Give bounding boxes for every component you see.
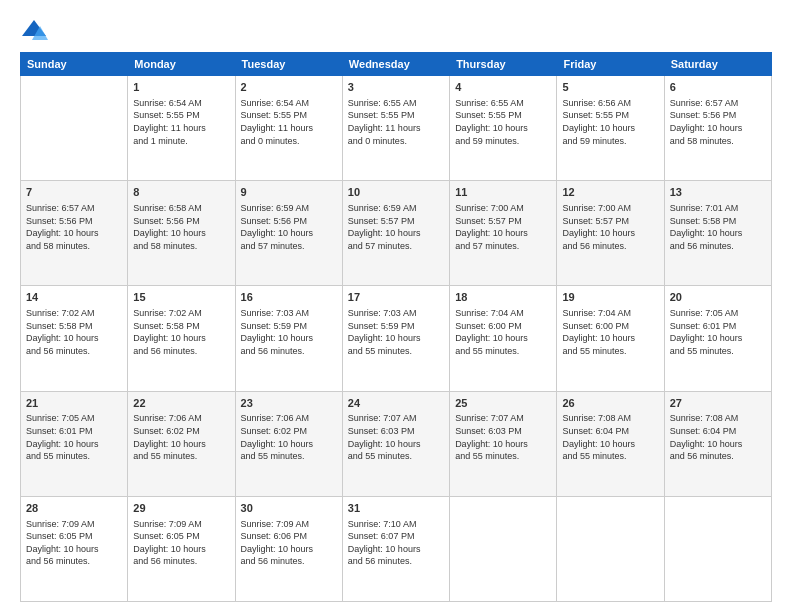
day-info: Sunrise: 6:56 AM Sunset: 5:55 PM Dayligh… bbox=[562, 97, 658, 147]
calendar-cell: 8Sunrise: 6:58 AM Sunset: 5:56 PM Daylig… bbox=[128, 181, 235, 286]
day-number: 7 bbox=[26, 185, 122, 200]
calendar-cell: 31Sunrise: 7:10 AM Sunset: 6:07 PM Dayli… bbox=[342, 496, 449, 601]
calendar-cell: 15Sunrise: 7:02 AM Sunset: 5:58 PM Dayli… bbox=[128, 286, 235, 391]
calendar-cell: 11Sunrise: 7:00 AM Sunset: 5:57 PM Dayli… bbox=[450, 181, 557, 286]
calendar-day-header: Friday bbox=[557, 53, 664, 76]
calendar-day-header: Wednesday bbox=[342, 53, 449, 76]
day-info: Sunrise: 7:01 AM Sunset: 5:58 PM Dayligh… bbox=[670, 202, 766, 252]
day-info: Sunrise: 6:54 AM Sunset: 5:55 PM Dayligh… bbox=[241, 97, 337, 147]
calendar-cell bbox=[21, 76, 128, 181]
day-number: 17 bbox=[348, 290, 444, 305]
day-info: Sunrise: 6:59 AM Sunset: 5:56 PM Dayligh… bbox=[241, 202, 337, 252]
day-info: Sunrise: 7:10 AM Sunset: 6:07 PM Dayligh… bbox=[348, 518, 444, 568]
day-number: 16 bbox=[241, 290, 337, 305]
day-info: Sunrise: 6:58 AM Sunset: 5:56 PM Dayligh… bbox=[133, 202, 229, 252]
calendar-cell: 6Sunrise: 6:57 AM Sunset: 5:56 PM Daylig… bbox=[664, 76, 771, 181]
day-info: Sunrise: 7:09 AM Sunset: 6:05 PM Dayligh… bbox=[26, 518, 122, 568]
day-number: 24 bbox=[348, 396, 444, 411]
day-number: 26 bbox=[562, 396, 658, 411]
day-info: Sunrise: 6:59 AM Sunset: 5:57 PM Dayligh… bbox=[348, 202, 444, 252]
calendar-cell: 19Sunrise: 7:04 AM Sunset: 6:00 PM Dayli… bbox=[557, 286, 664, 391]
day-info: Sunrise: 6:54 AM Sunset: 5:55 PM Dayligh… bbox=[133, 97, 229, 147]
day-info: Sunrise: 7:00 AM Sunset: 5:57 PM Dayligh… bbox=[455, 202, 551, 252]
day-number: 1 bbox=[133, 80, 229, 95]
logo-icon bbox=[20, 16, 48, 44]
calendar-cell: 22Sunrise: 7:06 AM Sunset: 6:02 PM Dayli… bbox=[128, 391, 235, 496]
day-info: Sunrise: 7:08 AM Sunset: 6:04 PM Dayligh… bbox=[670, 412, 766, 462]
calendar-cell: 10Sunrise: 6:59 AM Sunset: 5:57 PM Dayli… bbox=[342, 181, 449, 286]
calendar-cell: 29Sunrise: 7:09 AM Sunset: 6:05 PM Dayli… bbox=[128, 496, 235, 601]
day-info: Sunrise: 7:05 AM Sunset: 6:01 PM Dayligh… bbox=[26, 412, 122, 462]
day-number: 15 bbox=[133, 290, 229, 305]
day-number: 11 bbox=[455, 185, 551, 200]
calendar-cell: 30Sunrise: 7:09 AM Sunset: 6:06 PM Dayli… bbox=[235, 496, 342, 601]
calendar-cell: 26Sunrise: 7:08 AM Sunset: 6:04 PM Dayli… bbox=[557, 391, 664, 496]
calendar-cell: 25Sunrise: 7:07 AM Sunset: 6:03 PM Dayli… bbox=[450, 391, 557, 496]
day-info: Sunrise: 7:03 AM Sunset: 5:59 PM Dayligh… bbox=[241, 307, 337, 357]
calendar-cell: 20Sunrise: 7:05 AM Sunset: 6:01 PM Dayli… bbox=[664, 286, 771, 391]
calendar-cell: 23Sunrise: 7:06 AM Sunset: 6:02 PM Dayli… bbox=[235, 391, 342, 496]
day-number: 31 bbox=[348, 501, 444, 516]
header bbox=[20, 16, 772, 44]
calendar-day-header: Tuesday bbox=[235, 53, 342, 76]
calendar-cell: 1Sunrise: 6:54 AM Sunset: 5:55 PM Daylig… bbox=[128, 76, 235, 181]
day-number: 6 bbox=[670, 80, 766, 95]
calendar-cell bbox=[664, 496, 771, 601]
day-number: 8 bbox=[133, 185, 229, 200]
day-info: Sunrise: 7:07 AM Sunset: 6:03 PM Dayligh… bbox=[348, 412, 444, 462]
day-number: 20 bbox=[670, 290, 766, 305]
day-info: Sunrise: 7:04 AM Sunset: 6:00 PM Dayligh… bbox=[455, 307, 551, 357]
calendar-week-row: 21Sunrise: 7:05 AM Sunset: 6:01 PM Dayli… bbox=[21, 391, 772, 496]
calendar-day-header: Thursday bbox=[450, 53, 557, 76]
day-number: 5 bbox=[562, 80, 658, 95]
calendar-cell: 12Sunrise: 7:00 AM Sunset: 5:57 PM Dayli… bbox=[557, 181, 664, 286]
calendar-week-row: 28Sunrise: 7:09 AM Sunset: 6:05 PM Dayli… bbox=[21, 496, 772, 601]
page: SundayMondayTuesdayWednesdayThursdayFrid… bbox=[0, 0, 792, 612]
calendar-cell: 17Sunrise: 7:03 AM Sunset: 5:59 PM Dayli… bbox=[342, 286, 449, 391]
day-number: 14 bbox=[26, 290, 122, 305]
day-info: Sunrise: 7:00 AM Sunset: 5:57 PM Dayligh… bbox=[562, 202, 658, 252]
day-number: 23 bbox=[241, 396, 337, 411]
calendar-day-header: Saturday bbox=[664, 53, 771, 76]
calendar-cell: 3Sunrise: 6:55 AM Sunset: 5:55 PM Daylig… bbox=[342, 76, 449, 181]
day-number: 3 bbox=[348, 80, 444, 95]
calendar-cell: 24Sunrise: 7:07 AM Sunset: 6:03 PM Dayli… bbox=[342, 391, 449, 496]
calendar-table: SundayMondayTuesdayWednesdayThursdayFrid… bbox=[20, 52, 772, 602]
calendar-cell: 28Sunrise: 7:09 AM Sunset: 6:05 PM Dayli… bbox=[21, 496, 128, 601]
calendar-cell: 7Sunrise: 6:57 AM Sunset: 5:56 PM Daylig… bbox=[21, 181, 128, 286]
day-info: Sunrise: 7:08 AM Sunset: 6:04 PM Dayligh… bbox=[562, 412, 658, 462]
day-info: Sunrise: 7:09 AM Sunset: 6:05 PM Dayligh… bbox=[133, 518, 229, 568]
day-info: Sunrise: 7:03 AM Sunset: 5:59 PM Dayligh… bbox=[348, 307, 444, 357]
day-info: Sunrise: 6:55 AM Sunset: 5:55 PM Dayligh… bbox=[348, 97, 444, 147]
day-number: 27 bbox=[670, 396, 766, 411]
calendar-day-header: Monday bbox=[128, 53, 235, 76]
calendar-day-header: Sunday bbox=[21, 53, 128, 76]
calendar-cell: 21Sunrise: 7:05 AM Sunset: 6:01 PM Dayli… bbox=[21, 391, 128, 496]
day-info: Sunrise: 7:09 AM Sunset: 6:06 PM Dayligh… bbox=[241, 518, 337, 568]
day-number: 4 bbox=[455, 80, 551, 95]
day-number: 25 bbox=[455, 396, 551, 411]
calendar-cell: 16Sunrise: 7:03 AM Sunset: 5:59 PM Dayli… bbox=[235, 286, 342, 391]
day-info: Sunrise: 7:05 AM Sunset: 6:01 PM Dayligh… bbox=[670, 307, 766, 357]
calendar-header-row: SundayMondayTuesdayWednesdayThursdayFrid… bbox=[21, 53, 772, 76]
day-number: 9 bbox=[241, 185, 337, 200]
day-number: 18 bbox=[455, 290, 551, 305]
day-number: 21 bbox=[26, 396, 122, 411]
calendar-cell bbox=[450, 496, 557, 601]
logo bbox=[20, 16, 52, 44]
calendar-cell: 13Sunrise: 7:01 AM Sunset: 5:58 PM Dayli… bbox=[664, 181, 771, 286]
day-number: 22 bbox=[133, 396, 229, 411]
day-info: Sunrise: 6:57 AM Sunset: 5:56 PM Dayligh… bbox=[26, 202, 122, 252]
calendar-cell: 5Sunrise: 6:56 AM Sunset: 5:55 PM Daylig… bbox=[557, 76, 664, 181]
day-info: Sunrise: 7:02 AM Sunset: 5:58 PM Dayligh… bbox=[133, 307, 229, 357]
calendar-cell bbox=[557, 496, 664, 601]
calendar-cell: 9Sunrise: 6:59 AM Sunset: 5:56 PM Daylig… bbox=[235, 181, 342, 286]
day-number: 2 bbox=[241, 80, 337, 95]
day-info: Sunrise: 7:04 AM Sunset: 6:00 PM Dayligh… bbox=[562, 307, 658, 357]
day-info: Sunrise: 7:07 AM Sunset: 6:03 PM Dayligh… bbox=[455, 412, 551, 462]
day-info: Sunrise: 7:02 AM Sunset: 5:58 PM Dayligh… bbox=[26, 307, 122, 357]
calendar-week-row: 7Sunrise: 6:57 AM Sunset: 5:56 PM Daylig… bbox=[21, 181, 772, 286]
day-info: Sunrise: 6:55 AM Sunset: 5:55 PM Dayligh… bbox=[455, 97, 551, 147]
day-number: 19 bbox=[562, 290, 658, 305]
calendar-cell: 27Sunrise: 7:08 AM Sunset: 6:04 PM Dayli… bbox=[664, 391, 771, 496]
